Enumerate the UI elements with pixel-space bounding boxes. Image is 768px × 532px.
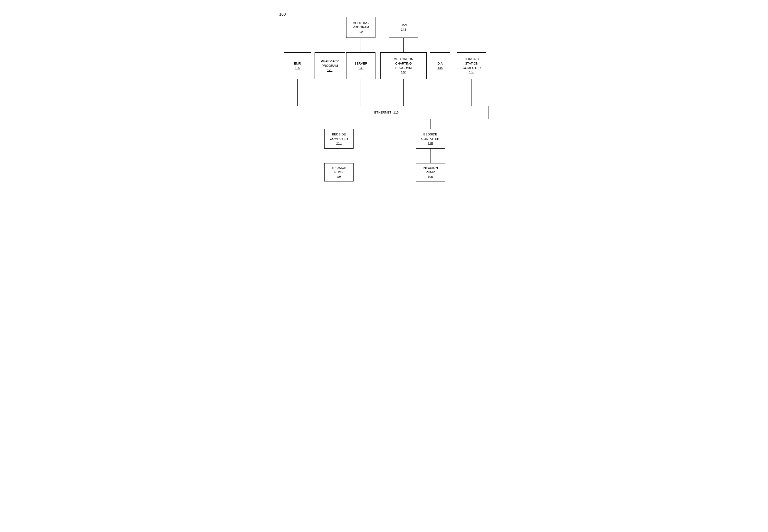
infusion-pump-2-node: INFUSION PUMP 105 — [416, 163, 445, 181]
bedside-computer-1-id: 110 — [336, 141, 342, 145]
ethernet-node: ETHERNET 115 — [284, 106, 489, 119]
emar-node: E-MAR 143 — [389, 17, 418, 38]
emar-id: 143 — [401, 28, 406, 32]
medication-charting-id: 140 — [401, 70, 406, 75]
medication-charting-label: MEDICATIONCHARTINGPROGRAM — [394, 57, 413, 70]
infusion-pump-1-label: INFUSION PUMP — [326, 166, 351, 174]
emar-label: E-MAR — [398, 23, 409, 27]
nursing-station-label: NURSINGSTATIONCOMPUTER — [463, 57, 481, 70]
emr-label: EMR — [294, 61, 301, 66]
alerting-program-label: ALERTINGPROGRAM — [353, 21, 369, 29]
bedside-computer-2-label: BEDSIDECOMPUTER — [421, 132, 439, 141]
diagram: 100 ALERTINGPROGRAM 135 E-MAR 1 — [274, 10, 494, 205]
alerting-program-node: ALERTINGPROGRAM 135 — [346, 17, 375, 38]
infusion-pump-1-id: 105 — [336, 175, 342, 179]
dia-label: DIA — [437, 61, 443, 66]
emr-id: 120 — [295, 66, 300, 70]
server-label: SERVER — [354, 61, 367, 66]
diagram-title: 100 — [279, 12, 286, 17]
infusion-pump-2-id: 105 — [428, 175, 433, 179]
dia-node: DIA 145 — [430, 52, 450, 79]
pharmacy-program-label: PHARMACYPROGRAM — [321, 59, 339, 68]
emr-node: EMR 120 — [284, 52, 311, 79]
bedside-computer-2-node: BEDSIDECOMPUTER 110 — [416, 129, 445, 149]
ethernet-label: ETHERNET — [374, 110, 391, 115]
bedside-computer-2-id: 110 — [428, 141, 433, 145]
infusion-pump-1-node: INFUSION PUMP 105 — [324, 163, 354, 181]
infusion-pump-2-label: INFUSION PUMP — [418, 166, 443, 174]
bedside-computer-1-label: BEDSIDECOMPUTER — [330, 132, 348, 141]
pharmacy-program-id: 125 — [327, 68, 333, 72]
bedside-computer-1-node: BEDSIDECOMPUTER 110 — [324, 129, 354, 149]
alerting-program-id: 135 — [358, 30, 364, 34]
nursing-station-id: 150 — [469, 70, 474, 75]
server-id: 130 — [358, 66, 364, 70]
nursing-station-node: NURSINGSTATIONCOMPUTER 150 — [457, 52, 486, 79]
server-node: SERVER 130 — [346, 52, 375, 79]
medication-charting-node: MEDICATIONCHARTINGPROGRAM 140 — [380, 52, 427, 79]
ethernet-id: 115 — [393, 110, 399, 115]
dia-id: 145 — [437, 66, 443, 70]
pharmacy-program-node: PHARMACYPROGRAM 125 — [315, 52, 345, 79]
